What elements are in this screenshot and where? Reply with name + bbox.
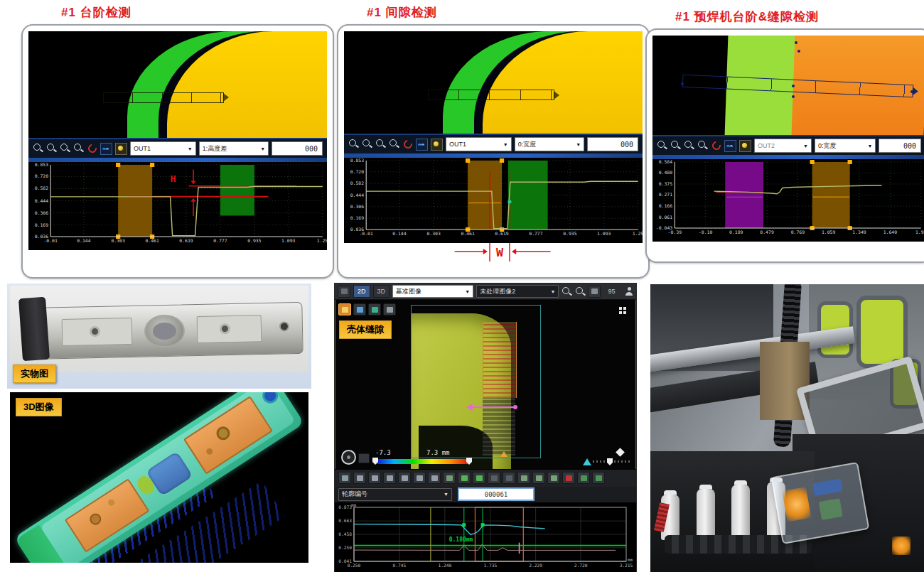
gap-profile-chart[interactable]: 0.180mm0.8730.6630.4580.2500.0410.2500.7… <box>335 502 636 572</box>
svg-text:0.479: 0.479 <box>760 230 774 234</box>
output-select-value: OUT1 <box>134 145 151 152</box>
3d-view-icon[interactable] <box>368 303 381 315</box>
crop-icon[interactable] <box>503 472 515 484</box>
user-icon[interactable] <box>625 287 633 296</box>
svg-text:0.582: 0.582 <box>350 180 365 185</box>
chevron-down-icon: ▼ <box>576 142 581 147</box>
zoom-in-icon[interactable] <box>657 140 667 151</box>
zoom-in-icon[interactable] <box>348 139 359 149</box>
svg-text:1.25: 1.25 <box>633 231 643 236</box>
threshold-input[interactable]: 000 <box>272 141 323 156</box>
zoom-region-icon[interactable] <box>375 139 386 149</box>
slider-handle[interactable] <box>607 458 613 465</box>
mode-select[interactable]: 0:宽度▼ <box>515 137 585 151</box>
svg-text:0.180mm: 0.180mm <box>449 536 473 543</box>
height-map-image <box>652 36 924 135</box>
stats-icon[interactable] <box>532 472 545 484</box>
record-icon[interactable] <box>562 472 575 484</box>
output-select[interactable]: OUT2▼ <box>754 139 812 153</box>
threshold-input[interactable]: 000 <box>587 137 638 151</box>
list-view-icon[interactable] <box>338 286 350 298</box>
compare-icon[interactable] <box>458 472 471 484</box>
svg-text:-0.39: -0.39 <box>668 230 682 234</box>
svg-text:0.777: 0.777 <box>213 238 227 243</box>
height-colorbar[interactable] <box>375 459 469 464</box>
profile-no-input[interactable]: 000061 <box>458 487 534 501</box>
rotate-left-icon[interactable] <box>383 472 396 484</box>
measure-toolbar: OUT2▼ 0:宽度▼ 000 <box>652 135 924 155</box>
processed-image-select[interactable]: 未处理图像2▼ <box>476 285 559 298</box>
roi-box[interactable] <box>411 305 541 458</box>
rotate-right-icon[interactable] <box>398 472 411 484</box>
target-icon[interactable] <box>341 450 356 465</box>
zoom-fit-icon[interactable] <box>697 140 708 151</box>
mode-select[interactable]: 0:宽度▼ <box>815 139 876 153</box>
profile-chart[interactable]: 0.5840.4800.3750.2710.1660.061-0.043-0.3… <box>652 155 924 242</box>
refresh-icon[interactable] <box>402 139 413 149</box>
reference-image-select[interactable]: 基准图像▼ <box>392 285 473 298</box>
gap-measure-arrow <box>468 406 516 408</box>
drag-handle-icon[interactable] <box>619 307 626 314</box>
output-select[interactable]: OUT1▼ <box>130 141 196 156</box>
export-icon[interactable] <box>577 472 590 484</box>
handle-point[interactable] <box>792 85 795 87</box>
slider-diamond[interactable] <box>616 448 625 457</box>
roi-icon[interactable] <box>338 472 351 484</box>
select-icon[interactable] <box>517 472 530 484</box>
profile-chart[interactable]: 0.8530.7200.5820.4440.3060.1690.036-0.01… <box>344 153 643 243</box>
tab-3d[interactable]: 3D <box>373 285 390 298</box>
zoom-fit-icon[interactable] <box>389 139 399 149</box>
svg-text:0.169: 0.169 <box>35 222 49 227</box>
marker-icon[interactable] <box>488 472 500 484</box>
vent-oval <box>144 314 185 348</box>
output-settings-icon[interactable] <box>431 139 443 151</box>
zoom-in-icon[interactable] <box>353 472 366 484</box>
handle-point[interactable] <box>910 90 913 93</box>
mode-select[interactable]: 1:高度差▼ <box>199 141 269 156</box>
fit-screen-icon[interactable] <box>588 286 601 298</box>
ruler-icon[interactable] <box>428 472 441 484</box>
refresh-icon[interactable] <box>87 143 97 153</box>
zoom-out-icon[interactable] <box>368 472 381 484</box>
profile-controls: 轮廓编号▼ 000061 <box>335 487 636 502</box>
svg-text:0.853: 0.853 <box>350 158 365 163</box>
palette-icon[interactable] <box>358 453 370 463</box>
profile-icon[interactable] <box>547 472 560 484</box>
profile-chart[interactable]: H0.8530.7200.5820.4440.3060.1690.036-0.0… <box>28 158 327 250</box>
profile-icon[interactable] <box>100 143 112 155</box>
measure-tool-box[interactable] <box>428 90 554 100</box>
threshold-input[interactable]: 000 <box>879 139 921 153</box>
output-settings-icon[interactable] <box>739 140 751 152</box>
refresh-icon[interactable] <box>711 140 721 151</box>
svg-text:0.250: 0.250 <box>348 563 361 568</box>
grid-icon[interactable] <box>443 472 456 484</box>
handle-point[interactable] <box>792 95 795 98</box>
snapshot-icon[interactable] <box>592 472 605 484</box>
profile-icon[interactable] <box>416 139 428 151</box>
profile-graph-icon[interactable] <box>353 303 366 315</box>
zoom-out-icon[interactable] <box>46 143 57 153</box>
zoom-region-icon[interactable] <box>60 143 70 153</box>
step-detection-card: OUT1▼ 1:高度差▼ 000 H0.8530.7200.5820.4440.… <box>21 24 334 279</box>
zoom-in-icon[interactable] <box>33 143 43 153</box>
zoom-out-icon[interactable] <box>575 286 585 297</box>
position-icon[interactable] <box>383 303 396 315</box>
profile-no-select[interactable]: 轮廓编号▼ <box>338 488 452 501</box>
svg-text:1.240: 1.240 <box>439 563 452 568</box>
zoom-fit-icon[interactable] <box>73 143 84 153</box>
zoom-out-icon[interactable] <box>670 140 681 151</box>
height-image-icon[interactable] <box>338 303 351 315</box>
svg-text:0.189: 0.189 <box>729 230 743 234</box>
measure-tool-box[interactable] <box>103 92 224 103</box>
output-settings-icon[interactable] <box>115 143 127 155</box>
layers-icon[interactable] <box>473 472 485 484</box>
profile-icon[interactable] <box>724 140 736 152</box>
output-select[interactable]: OUT1▼ <box>446 137 512 151</box>
top-cover-body <box>24 302 303 360</box>
tab-2d[interactable]: 2D <box>353 285 370 298</box>
zoom-in-icon[interactable] <box>562 286 571 297</box>
zoom-region-icon[interactable] <box>684 140 694 151</box>
zoom-out-icon[interactable] <box>362 139 372 149</box>
svg-text:2.720: 2.720 <box>574 563 588 568</box>
pan-icon[interactable] <box>413 472 426 484</box>
